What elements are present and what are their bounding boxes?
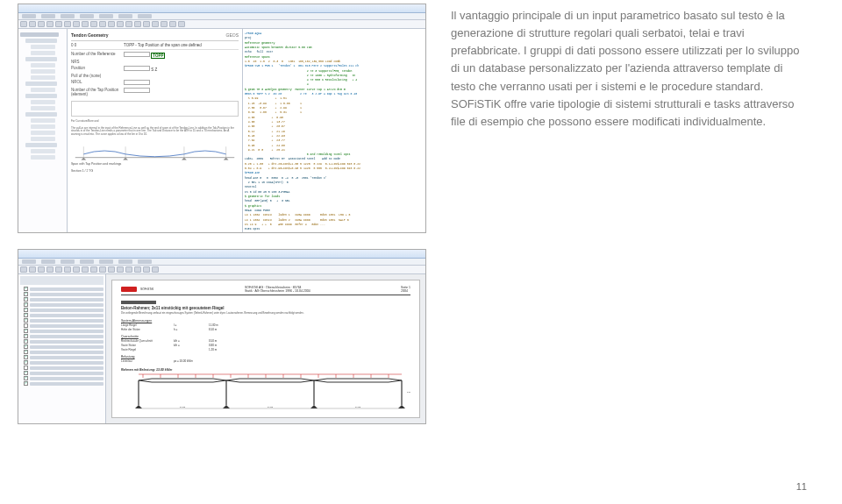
window-titlebar: [18, 250, 425, 259]
sec-load: Belastung: [121, 355, 410, 358]
report-sheet: SOFiSTiK SOFiSTiK AG · Oberschleissheim …: [111, 280, 420, 418]
row-1: Tendon Geometry GEOS 0 0 TOPP - Top Posi…: [18, 4, 816, 233]
svg-text:11.00: 11.00: [355, 406, 361, 408]
svg-marker-6: [123, 157, 128, 160]
list-item[interactable]: [20, 287, 103, 291]
field-code-desc: TOPP - Top Position of the span one defi…: [124, 43, 239, 48]
footer-left: For Curvature/Bore and: [71, 120, 239, 124]
sheet-title: Beton-Rahmen; 3x11 einstöckig mit gevout…: [121, 306, 410, 310]
property-panel: Tendon Geometry GEOS 0 0 TOPP - Top Posi…: [68, 29, 243, 232]
list-item[interactable]: [20, 371, 103, 375]
sec-dim: System-Abmessungen: [121, 319, 410, 323]
sheet-header: SOFiSTiK SOFiSTiK AG · Oberschleissheim …: [121, 286, 410, 295]
svg-text:6.50: 6.50: [407, 391, 410, 394]
window-titlebar: [18, 4, 425, 13]
svg-marker-31: [310, 405, 318, 408]
screenshot-editor: Tendon Geometry GEOS 0 0 TOPP - Top Posi…: [18, 4, 426, 233]
description-paragraph: Il vantaggio principale di un input para…: [451, 7, 810, 131]
list-item[interactable]: [20, 297, 103, 302]
list-item[interactable]: [20, 381, 103, 386]
toolbar: [18, 266, 425, 274]
svg-marker-7: [182, 157, 187, 160]
description-column: Il vantaggio principale di un input para…: [451, 4, 810, 233]
section-label: Section 1 / 2 TG: [71, 169, 239, 174]
sofistik-logo-icon: [121, 287, 137, 292]
sec-q: Querschnitte: [121, 335, 410, 338]
task-tree[interactable]: [18, 274, 106, 423]
list-item[interactable]: [20, 329, 103, 333]
list-item[interactable]: [20, 360, 103, 365]
svg-text:11.00: 11.00: [180, 406, 186, 408]
brand-text: SOFiSTiK: [140, 287, 153, 291]
toolbar: [18, 20, 425, 29]
input-box[interactable]: [124, 66, 150, 71]
page-number: 11: [796, 481, 807, 492]
opt-z: Z: [155, 67, 158, 72]
mini-table: [71, 101, 239, 117]
tree-header: [20, 276, 103, 285]
list-item[interactable]: [20, 308, 103, 312]
editor-body: Tendon Geometry GEOS 0 0 TOPP - Top Posi…: [18, 29, 425, 232]
list-item[interactable]: [20, 302, 103, 307]
checkbox-icon[interactable]: [24, 360, 28, 365]
project-tree[interactable]: [18, 29, 68, 232]
menubar: [18, 13, 425, 20]
list-item[interactable]: [20, 334, 103, 338]
svg-marker-32: [398, 405, 405, 408]
list-item[interactable]: [20, 339, 103, 344]
list-item[interactable]: [20, 313, 103, 317]
svg-marker-30: [223, 405, 230, 408]
subfield2: NRS: [71, 60, 124, 65]
list-item[interactable]: [20, 318, 103, 323]
svg-marker-8: [224, 157, 229, 160]
subfield1: Number of the Reference: [71, 52, 124, 59]
checkbox-icon[interactable]: [24, 318, 28, 323]
list-item[interactable]: [20, 376, 103, 380]
checkbox-icon[interactable]: [24, 381, 28, 386]
code-editor[interactable]: +PROG AQUA proj Reference geometry Autom…: [243, 29, 425, 232]
input-box[interactable]: [124, 52, 150, 57]
document-page: Tendon Geometry GEOS 0 0 TOPP - Top Posi…: [0, 0, 842, 504]
list-item[interactable]: [20, 350, 103, 354]
list-item[interactable]: [20, 355, 103, 359]
menubar: [18, 259, 425, 266]
row-2: SOFiSTiK SOFiSTiK AG · Oberschleissheim …: [18, 249, 816, 424]
roll-label: NROL: [71, 80, 124, 87]
opt-s: S: [151, 67, 153, 72]
tap-label: Number of the Tap Position (element): [71, 88, 124, 98]
beam-label: Span with Tap Position and markings: [71, 162, 239, 167]
pull-label: Pull of the (none): [71, 74, 124, 79]
doc-sub: Statik · AG Oberschleissheim 1996 - 10.0…: [245, 289, 310, 293]
fine-print: The pull-in are internal in the input of…: [71, 127, 239, 137]
date-ref: 2004: [401, 289, 410, 293]
report-body: SOFiSTiK SOFiSTiK AG · Oberschleissheim …: [18, 274, 425, 423]
screenshot-report: SOFiSTiK SOFiSTiK AG · Oberschleissheim …: [18, 249, 426, 424]
section-bar: [121, 301, 156, 304]
field-code-label: 0 0: [71, 43, 124, 48]
panel-code: GEOS: [226, 32, 239, 39]
list-item[interactable]: [20, 366, 103, 370]
svg-marker-5: [81, 157, 86, 160]
position-label: Position: [71, 66, 124, 73]
topp-chip: TOPP: [151, 53, 165, 59]
sheet-intro: Die vorliegende Berechnung umfasst ein e…: [121, 312, 410, 316]
list-item[interactable]: [20, 292, 103, 296]
list-item[interactable]: [20, 344, 103, 349]
tendon-sketch: [71, 142, 239, 161]
panel-title: Tendon Geometry: [71, 32, 108, 38]
svg-marker-29: [135, 405, 142, 408]
frame-caption: Rahmen mit Belastung: 13.00 kN/m: [121, 368, 410, 372]
frame-diagram: 11.00 11.00 11.00 6.50: [121, 373, 410, 410]
report-viewport: SOFiSTiK SOFiSTiK AG · Oberschleissheim …: [106, 274, 425, 423]
list-item[interactable]: [20, 323, 103, 328]
svg-text:11.00: 11.00: [268, 406, 274, 408]
input-box[interactable]: [124, 88, 150, 93]
input-box[interactable]: [124, 80, 150, 85]
